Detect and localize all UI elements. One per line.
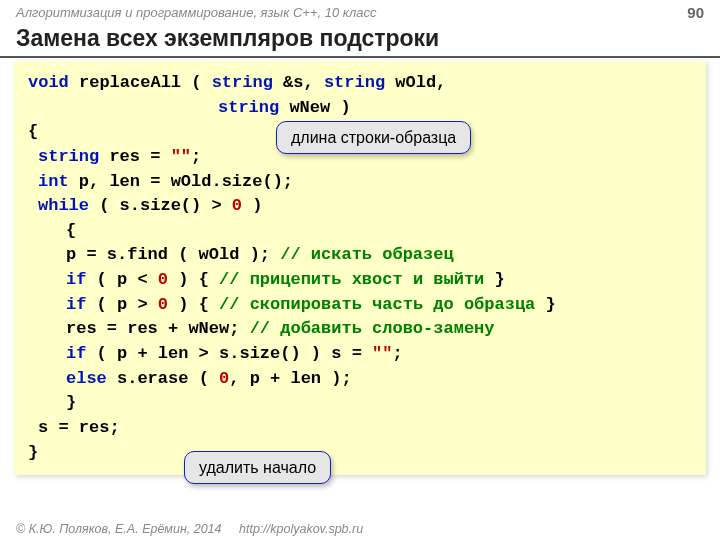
code-line: else s.erase ( 0, p + len );: [28, 367, 692, 392]
code-line: while ( s.size() > 0 ): [28, 194, 692, 219]
code-line: int p, len = wOld.size();: [28, 170, 692, 195]
footer: © К.Ю. Поляков, Е.А. Ерёмин, 2014 http:/…: [16, 522, 363, 536]
code-line: if ( p < 0 ) { // прицепить хвост и выйт…: [28, 268, 692, 293]
callout-erase-start: удалить начало: [184, 451, 331, 484]
page-number: 90: [687, 4, 704, 21]
code-line: {: [28, 219, 692, 244]
code-block: void replaceAll ( string &s, string wOld…: [14, 61, 706, 475]
code-line: }: [28, 391, 692, 416]
code-line: p = s.find ( wOld ); // искать образец: [28, 243, 692, 268]
code-line: }: [28, 441, 692, 466]
header: Алгоритмизация и программирование, язык …: [0, 0, 720, 23]
copyright: © К.Ю. Поляков, Е.А. Ерёмин, 2014: [16, 522, 222, 536]
course-label: Алгоритмизация и программирование, язык …: [16, 5, 376, 20]
footer-link: http://kpolyakov.spb.ru: [239, 522, 363, 536]
code-line: if ( p + len > s.size() ) s = "";: [28, 342, 692, 367]
code-line: void replaceAll ( string &s, string wOld…: [28, 71, 692, 96]
code-line: res = res + wNew; // добавить слово-заме…: [28, 317, 692, 342]
code-line: string wNew ): [28, 96, 692, 121]
callout-pattern-length: длина строки-образца: [276, 121, 471, 154]
code-line: if ( p > 0 ) { // скопировать часть до о…: [28, 293, 692, 318]
slide-title: Замена всех экземпляров подстроки: [0, 23, 720, 58]
code-line: s = res;: [28, 416, 692, 441]
